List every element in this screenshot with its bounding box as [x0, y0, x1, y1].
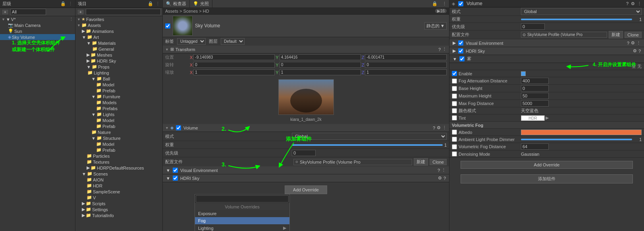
- transform-help[interactable]: ?: [438, 47, 441, 52]
- vi-active[interactable]: [458, 1, 463, 6]
- ve-help[interactable]: ?: [438, 168, 440, 173]
- tree-lights-model[interactable]: 📁 Model: [75, 117, 162, 123]
- pos-x[interactable]: -9.146983: [193, 54, 275, 60]
- object-name[interactable]: Sky Volume: [195, 23, 422, 29]
- rp-fog-attn-input[interactable]: [521, 78, 549, 84]
- rp-tint-expand[interactable]: ▶: [546, 115, 549, 120]
- rp-hdri-settings[interactable]: ⚙: [633, 48, 637, 53]
- menu-icon3[interactable]: ⋮: [440, 0, 449, 7]
- rp-fog-attn-cb[interactable]: [452, 78, 457, 84]
- rot-y[interactable]: [280, 62, 361, 68]
- rp-enable-cb[interactable]: [452, 71, 457, 76]
- hs-settings[interactable]: ⚙: [438, 176, 442, 181]
- rp-mh-input[interactable]: [521, 93, 549, 99]
- pos-y[interactable]: 4.164416: [280, 54, 361, 60]
- tree-lighting2[interactable]: 📁 Lighting: [75, 70, 162, 76]
- rp-fog-arrow[interactable]: ▼: [453, 57, 457, 61]
- tree-item-camera[interactable]: 📷 Main Camera: [0, 22, 75, 28]
- tree-item-v[interactable]: ▼ ▼ V* ⋮: [0, 16, 75, 22]
- rp-albedo-cb[interactable]: [452, 130, 457, 135]
- tree-structure[interactable]: ▼ 📁 Structure: [75, 135, 162, 141]
- active-toggle[interactable]: [165, 23, 170, 29]
- tree-ball-model[interactable]: 📁 Model: [75, 82, 162, 88]
- tree-hdrp[interactable]: ▶ 📁 HDRPDefaultResources: [75, 165, 162, 171]
- rp-denoise-cb[interactable]: [452, 151, 457, 157]
- rp-weight-slider[interactable]: [521, 19, 632, 20]
- scale-x[interactable]: [193, 69, 275, 75]
- lock-icon3[interactable]: 🔒: [430, 0, 440, 7]
- tree-furn-models[interactable]: 📁 Models: [75, 99, 162, 105]
- rp-albedo-swatch[interactable]: [521, 130, 642, 135]
- project-add-btn[interactable]: +: [77, 9, 84, 15]
- tree-textures[interactable]: 📁 Textures: [75, 159, 162, 165]
- ve-arrow[interactable]: ▼: [166, 168, 170, 173]
- tree-struct-prefab[interactable]: 📁 Prefab: [75, 147, 162, 153]
- hs-arrow[interactable]: ▼: [166, 176, 170, 181]
- new-btn[interactable]: 新建: [414, 158, 428, 166]
- ve-menu[interactable]: ⋮: [442, 168, 446, 173]
- vi-menu[interactable]: ⋮: [637, 1, 642, 6]
- tree-lighting[interactable]: ▶ 📁 HDRI Sky: [75, 58, 162, 64]
- assets-header[interactable]: ▼ 📁 Assets: [75, 22, 162, 28]
- transform-arrow[interactable]: ▼: [165, 48, 169, 52]
- vi-expand[interactable]: ◈: [452, 1, 455, 6]
- item-menu[interactable]: ⋮: [69, 17, 73, 22]
- tree-hdr[interactable]: 📁 HDR: [75, 183, 162, 189]
- rp-tint-swatch[interactable]: HDR: [521, 115, 545, 121]
- rp-ambient-slider[interactable]: [521, 139, 632, 140]
- rp-vfd-input[interactable]: [521, 143, 549, 150]
- rot-x[interactable]: [193, 62, 275, 68]
- tree-settings[interactable]: ▶ 📁 Settings: [75, 206, 162, 212]
- rp-clone-btn[interactable]: Clone: [625, 32, 642, 38]
- rp-add-component-btn[interactable]: 添加组件: [461, 174, 633, 183]
- rp-fog-enable[interactable]: [459, 56, 465, 61]
- rp-tint-cb[interactable]: [452, 115, 457, 120]
- scale-y[interactable]: [280, 69, 361, 75]
- layer-select[interactable]: Default: [221, 38, 245, 45]
- rp-ve-arrow[interactable]: ▶: [453, 40, 456, 46]
- tree-animations[interactable]: ▶ 📁 Animations: [75, 28, 162, 34]
- rp-vfd-cb[interactable]: [452, 144, 457, 149]
- rp-bh-cb[interactable]: [452, 86, 457, 91]
- clone-btn[interactable]: Clone: [430, 159, 447, 165]
- rp-cm-cb[interactable]: [452, 108, 457, 113]
- vi-help[interactable]: ?: [626, 1, 629, 6]
- tree-art[interactable]: ▼ 📁 Art: [75, 34, 162, 40]
- override-item-lighting[interactable]: Lighting ▶: [195, 224, 289, 231]
- tree-lights[interactable]: ▼ 📁 Lights: [75, 111, 162, 117]
- tree-lights-prefab[interactable]: 📁 Prefab: [75, 123, 162, 129]
- tree-item-sky-volume[interactable]: ◈ Sky Volume: [0, 34, 75, 40]
- tree-nature[interactable]: 📁 Nature: [75, 129, 162, 135]
- volume-enable[interactable]: [176, 125, 181, 130]
- pos-z[interactable]: -6.001471: [365, 54, 447, 60]
- rp-bh-input[interactable]: [521, 85, 549, 92]
- add-button[interactable]: +: [2, 9, 9, 15]
- tree-ball[interactable]: ▼ 📁 Ball: [75, 76, 162, 82]
- menu-icon[interactable]: ⋮: [68, 1, 73, 6]
- tree-props[interactable]: ▼ 📁 Props: [75, 64, 162, 70]
- tree-sample[interactable]: 📁 SampleScene: [75, 189, 162, 195]
- tree-ball-prefab[interactable]: 📁 Prefab: [75, 88, 162, 94]
- rp-mode-select[interactable]: Global: [521, 8, 642, 15]
- tag-select[interactable]: Untagged: [177, 38, 206, 45]
- tree-v[interactable]: 📁 V: [75, 195, 162, 200]
- rp-add-override-btn[interactable]: Add Override: [461, 161, 633, 169]
- override-item-fog[interactable]: Fog: [195, 217, 289, 224]
- priority-input[interactable]: [292, 150, 316, 156]
- rp-mfd-cb[interactable]: [452, 101, 457, 106]
- rot-z[interactable]: [365, 62, 447, 68]
- override-search-input[interactable]: [196, 195, 289, 202]
- rp-ve-settings[interactable]: ⚙: [631, 40, 635, 46]
- project-search[interactable]: [86, 9, 161, 15]
- rp-mfd-input[interactable]: [521, 100, 549, 107]
- rp-priority-input[interactable]: [521, 23, 545, 30]
- volume-settings[interactable]: ⚙: [437, 125, 441, 130]
- breadcrumb-hd[interactable]: HD: [203, 9, 209, 13]
- rp-ve-enable[interactable]: [458, 40, 463, 46]
- rp-hdri-help[interactable]: ?: [638, 49, 641, 53]
- menu-icon2[interactable]: ⋮: [156, 1, 160, 6]
- breadcrumb-assets[interactable]: Assets: [165, 9, 178, 13]
- tree-particles[interactable]: 📁 Particles: [75, 153, 162, 159]
- hs-help[interactable]: ?: [443, 176, 446, 181]
- tree-furniture[interactable]: ▼ 📁 Furniture: [75, 94, 162, 99]
